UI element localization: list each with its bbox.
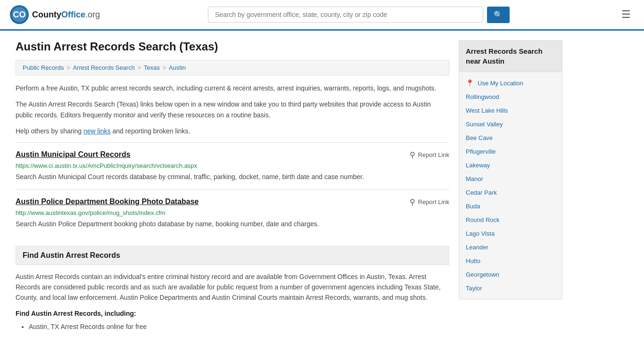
hamburger-menu-button[interactable]: ☰ [618, 7, 635, 23]
breadcrumb-sep-3: > [163, 65, 166, 71]
sidebar-link-buda[interactable]: Buda [466, 203, 480, 210]
description-1: Perform a free Austin, TX public arrest … [16, 83, 449, 93]
find-section-header: Find Austin Arrest Records [16, 246, 449, 265]
sidebar-item-bee-cave[interactable]: Bee Cave [459, 131, 562, 145]
sidebar-item-sunset-valley[interactable]: Sunset Valley [459, 117, 562, 131]
sidebar-item-rollingwood[interactable]: Rollingwood [459, 90, 562, 104]
main-content: Austin Arrest Records Search (Texas) Pub… [16, 40, 449, 333]
sidebar-item-georgetown[interactable]: Georgetown [459, 268, 562, 281]
sidebar-item-pflugerville[interactable]: Pflugerville [459, 145, 562, 158]
report-icon-2: ⚲ [410, 197, 415, 206]
sidebar-link-manor[interactable]: Manor [466, 175, 483, 182]
sidebar-item-lakeway[interactable]: Lakeway [459, 158, 562, 172]
use-location-label[interactable]: Use My Location [478, 80, 523, 87]
breadcrumb-arrest-records-search[interactable]: Arrest Records Search [73, 64, 135, 71]
page-container: Austin Arrest Records Search (Texas) Pub… [6, 31, 638, 342]
breadcrumb: Public Records > Arrest Records Search >… [16, 60, 449, 75]
record-title-2[interactable]: Austin Police Department Booking Photo D… [16, 197, 199, 206]
new-links-link[interactable]: new links [83, 127, 111, 135]
site-header: CO CountyOffice.org 🔍 ☰ [0, 0, 644, 31]
report-label-1: Report Link [418, 151, 449, 158]
page-title: Austin Arrest Records Search (Texas) [16, 40, 449, 53]
record-entry-2: Austin Police Department Booking Photo D… [16, 189, 449, 237]
find-subheader: Find Austin Arrest Records, including: [16, 310, 449, 317]
site-logo-icon: CO [9, 5, 29, 25]
record-url-2[interactable]: http://www.austintexas.gov/police/mug_sh… [16, 209, 449, 216]
sidebar-link-bee-cave[interactable]: Bee Cave [466, 134, 493, 141]
find-bullet-list: Austin, TX Arrest Records online for fre… [16, 321, 449, 333]
search-area: 🔍 [208, 7, 510, 23]
sidebar-link-lakeway[interactable]: Lakeway [466, 162, 490, 169]
sidebar-item-taylor[interactable]: Taylor [459, 281, 562, 295]
sidebar-item-hutto[interactable]: Hutto [459, 254, 562, 268]
breadcrumb-public-records[interactable]: Public Records [23, 64, 64, 71]
breadcrumb-sep-2: > [138, 65, 141, 71]
breadcrumb-texas[interactable]: Texas [144, 64, 160, 71]
sidebar-use-location[interactable]: 📍 Use My Location [459, 76, 562, 90]
svg-text:CO: CO [13, 10, 26, 19]
report-link-1[interactable]: ⚲ Report Link [410, 150, 449, 159]
logo-text: CountyOffice.org [32, 10, 100, 20]
sidebar-link-georgetown[interactable]: Georgetown [466, 271, 499, 278]
sidebar-list: 📍 Use My Location Rollingwood West Lake … [459, 72, 562, 299]
sidebar-item-lago-vista[interactable]: Lago Vista [459, 227, 562, 240]
record-header-2: Austin Police Department Booking Photo D… [16, 197, 449, 206]
breadcrumb-austin[interactable]: Austin [169, 64, 186, 71]
sidebar-box: Arrest Records Search near Austin 📍 Use … [459, 40, 562, 299]
sidebar-item-west-lake-hills[interactable]: West Lake Hills [459, 104, 562, 117]
record-title-1[interactable]: Austin Municipal Court Records [16, 150, 131, 159]
search-button[interactable]: 🔍 [487, 7, 510, 23]
sidebar-link-round-rock[interactable]: Round Rock [466, 216, 500, 223]
breadcrumb-sep-1: > [66, 65, 70, 71]
sidebar-link-west-lake-hills[interactable]: West Lake Hills [466, 107, 508, 114]
search-input[interactable] [208, 7, 483, 23]
record-entry-1: Austin Municipal Court Records ⚲ Report … [16, 142, 449, 189]
logo-area: CO CountyOffice.org [9, 5, 100, 25]
sidebar-title: Arrest Records Search near Austin [459, 41, 562, 72]
location-pin-icon: 📍 [466, 79, 474, 87]
list-item-1: Austin, TX Arrest Records online for fre… [29, 321, 449, 333]
sidebar-item-manor[interactable]: Manor [459, 172, 562, 186]
sidebar-link-cedar-park[interactable]: Cedar Park [466, 189, 497, 196]
sidebar-link-hutto[interactable]: Hutto [466, 257, 480, 264]
find-section-body: Austin Arrest Records contain an individ… [16, 272, 449, 303]
sidebar-item-leander[interactable]: Leander [459, 240, 562, 254]
record-header-1: Austin Municipal Court Records ⚲ Report … [16, 150, 449, 159]
report-icon-1: ⚲ [410, 150, 415, 159]
description-2: The Austin Arrest Records Search (Texas)… [16, 99, 449, 120]
description-3: Help others by sharing new links and rep… [16, 126, 449, 136]
record-url-1[interactable]: https://www.ci.austin.tx.us/AmcPublicInq… [16, 162, 449, 169]
sidebar-item-cedar-park[interactable]: Cedar Park [459, 186, 562, 199]
sidebar-link-leander[interactable]: Leander [466, 244, 488, 251]
sidebar-link-sunset-valley[interactable]: Sunset Valley [466, 121, 503, 128]
sidebar-link-rollingwood[interactable]: Rollingwood [466, 93, 499, 100]
sidebar-link-lago-vista[interactable]: Lago Vista [466, 230, 495, 237]
sidebar-link-taylor[interactable]: Taylor [466, 285, 482, 292]
record-desc-1: Search Austin Municipal Court records da… [16, 172, 449, 182]
sidebar: Arrest Records Search near Austin 📍 Use … [459, 40, 562, 333]
report-link-2[interactable]: ⚲ Report Link [410, 197, 449, 206]
record-desc-2: Search Austin Police Department booking … [16, 219, 449, 229]
report-label-2: Report Link [418, 198, 449, 206]
sidebar-link-pflugerville[interactable]: Pflugerville [466, 148, 496, 155]
logo-ext: Office [61, 10, 85, 19]
sidebar-item-round-rock[interactable]: Round Rock [459, 213, 562, 227]
sidebar-item-buda[interactable]: Buda [459, 199, 562, 213]
